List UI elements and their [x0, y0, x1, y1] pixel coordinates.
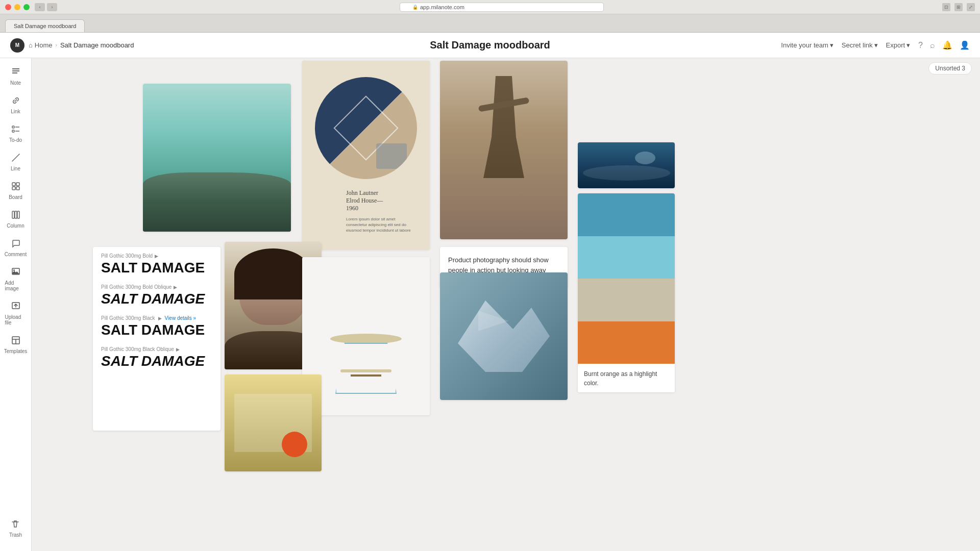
- arch-desc: Lorem ipsum dolor sit amet consectetur a…: [346, 216, 418, 234]
- sidebar-item-comment[interactable]: Comment: [2, 235, 30, 261]
- arch-house: Elrod House—: [346, 197, 422, 205]
- todo-icon: [11, 124, 20, 136]
- typo-meta-4: Pill Gothic 300mg Black Oblique ▶: [101, 346, 212, 352]
- add-image-icon: [11, 267, 20, 279]
- app-header: M ⌂ Home › Salt Damage moodboard Salt Da…: [0, 33, 980, 58]
- comment-icon: [11, 239, 20, 250]
- invite-team-button[interactable]: Invite your team ▾: [781, 41, 834, 49]
- skater-card[interactable]: [440, 61, 568, 239]
- color-swatch-blue-dark: [578, 193, 675, 236]
- titlebar-icon-1[interactable]: ⊡: [942, 3, 950, 11]
- sidebar-item-line[interactable]: Line: [2, 149, 30, 176]
- typo-row-1: Pill Gothic 300mg Bold ▶ SALT DAMAGE: [101, 253, 212, 276]
- ocean-card[interactable]: [578, 142, 675, 188]
- svg-rect-3: [12, 126, 14, 128]
- breadcrumb-current: Salt Damage moodboard: [60, 41, 134, 49]
- line-icon: [11, 153, 20, 164]
- chevron-icon-3: ▶: [158, 316, 162, 321]
- chevron-icon: ▶: [155, 254, 158, 259]
- typo-meta-1: Pill Gothic 300mg Bold ▶: [101, 253, 212, 259]
- unsorted-badge[interactable]: Unsorted 3: [928, 62, 972, 74]
- typo-text-3: SALT DAMAGE: [101, 322, 212, 338]
- user-icon[interactable]: 👤: [960, 40, 970, 50]
- svg-rect-0: [12, 68, 19, 69]
- color-swatch-blue-light: [578, 236, 675, 279]
- sidebar-item-upload[interactable]: Upload file: [2, 297, 30, 330]
- maximize-button[interactable]: [23, 4, 30, 10]
- svg-point-16: [13, 269, 15, 271]
- export-button[interactable]: Export ▾: [886, 41, 911, 49]
- todo-label: To-do: [9, 137, 22, 143]
- magazine-card[interactable]: [225, 374, 322, 471]
- sidebar-item-note[interactable]: Note: [2, 63, 30, 90]
- view-details-link[interactable]: View details »: [165, 315, 197, 321]
- logo-text: M: [15, 42, 19, 48]
- url-bar[interactable]: 🔒 app.milanote.com: [400, 3, 604, 12]
- arch-year: 1960: [346, 205, 422, 212]
- sidebar-item-board[interactable]: Board: [2, 178, 30, 204]
- chevron-icon-4: ▶: [176, 347, 180, 352]
- origami-card[interactable]: [440, 272, 568, 400]
- export-label: Export: [886, 41, 905, 49]
- color-palette-card[interactable]: Burnt orange as a highlight color.: [578, 193, 675, 392]
- search-icon[interactable]: ⌕: [930, 41, 935, 50]
- typo-text-1: SALT DAMAGE: [101, 260, 212, 276]
- sidebar-item-templates[interactable]: Templates: [2, 332, 30, 358]
- typo-row-2: Pill Gothic 300mg Bold Oblique ▶ SALT DA…: [101, 284, 212, 307]
- upload-label: Upload file: [5, 314, 27, 325]
- browser-tab-active[interactable]: Salt Damage moodboard: [5, 19, 85, 32]
- color-swatch-orange: [578, 321, 675, 364]
- svg-rect-8: [12, 183, 15, 186]
- note-icon: [11, 67, 20, 79]
- traffic-lights: [5, 4, 30, 10]
- svg-line-7: [12, 154, 19, 161]
- forward-button[interactable]: ›: [47, 3, 57, 11]
- architecture-poster-card[interactable]: John Lautner Elrod House— 1960 Lorem ips…: [302, 61, 430, 249]
- svg-rect-2: [12, 72, 17, 73]
- typo-row-4: Pill Gothic 300mg Black Oblique ▶ SALT D…: [101, 346, 212, 369]
- sidebar: Note Link To-do: [0, 58, 32, 551]
- titlebar-icon-2[interactable]: ⊞: [954, 3, 963, 11]
- trash-label: Trash: [9, 532, 22, 538]
- titlebar: ‹ › 🔒 app.milanote.com ⊡ ⊞ ⤢: [0, 0, 980, 14]
- typography-card[interactable]: Pill Gothic 300mg Bold ▶ SALT DAMAGE Pil…: [93, 247, 220, 431]
- help-icon[interactable]: ?: [918, 41, 923, 50]
- breadcrumb-separator: ›: [56, 42, 57, 48]
- chevron-icon-2: ▶: [174, 285, 177, 290]
- typo-meta-2: Pill Gothic 300mg Bold Oblique ▶: [101, 284, 212, 290]
- landscape-card[interactable]: [143, 84, 291, 232]
- main-layout: Note Link To-do: [0, 58, 980, 551]
- url-text: app.milanote.com: [420, 4, 464, 10]
- templates-icon: [11, 336, 20, 347]
- notifications-icon[interactable]: 🔔: [942, 40, 952, 50]
- trash-item[interactable]: Trash: [6, 515, 25, 542]
- app-logo: M: [10, 38, 24, 53]
- titlebar-icon-3[interactable]: ⤢: [967, 3, 975, 11]
- close-button[interactable]: [5, 4, 11, 10]
- sidebar-item-link[interactable]: Link: [2, 92, 30, 118]
- typo-meta-3: Pill Gothic 300mg Black ▶ View details »: [101, 315, 212, 321]
- note-label: Note: [10, 80, 21, 86]
- home-link[interactable]: ⌂ Home: [29, 41, 53, 49]
- sidebar-item-todo[interactable]: To-do: [2, 120, 30, 147]
- minimize-button[interactable]: [14, 4, 20, 10]
- typo-row-3: Pill Gothic 300mg Black ▶ View details »…: [101, 315, 212, 338]
- svg-rect-13: [15, 211, 17, 218]
- link-icon: [11, 96, 20, 107]
- svg-rect-5: [12, 130, 14, 132]
- board-icon: [11, 182, 20, 193]
- back-button[interactable]: ‹: [35, 3, 45, 11]
- secret-link-button[interactable]: Secret link ▾: [842, 41, 878, 49]
- comment-label: Comment: [5, 252, 27, 257]
- export-chevron: ▾: [906, 41, 910, 49]
- tab-label: Salt Damage moodboard: [14, 23, 76, 29]
- board-label: Board: [9, 194, 22, 200]
- secret-link-chevron: ▾: [874, 41, 878, 49]
- sidebar-item-column[interactable]: Column: [2, 206, 30, 233]
- color-note-text: Burnt orange as a highlight color.: [584, 370, 657, 387]
- breadcrumb: ⌂ Home › Salt Damage moodboard: [29, 41, 134, 49]
- color-note: Burnt orange as a highlight color.: [578, 364, 675, 392]
- column-icon: [11, 210, 20, 221]
- upload-icon: [11, 302, 20, 313]
- sidebar-item-add-image[interactable]: Add image: [2, 263, 30, 295]
